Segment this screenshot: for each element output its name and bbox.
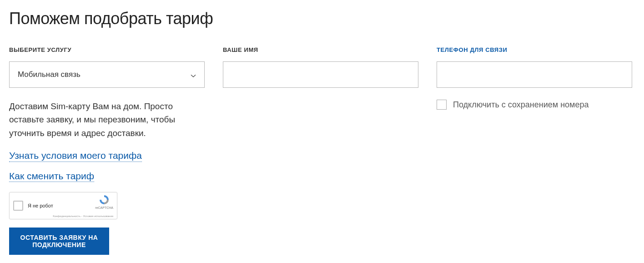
keep-number-checkbox[interactable] <box>437 100 447 110</box>
phone-label: ТЕЛЕФОН ДЛЯ СВЯЗИ <box>437 46 632 53</box>
submit-button[interactable]: ОСТАВИТЬ ЗАЯВКУ НА ПОДКЛЮЧЕНИЕ <box>9 228 109 255</box>
service-label: ВЫБЕРИТЕ УСЛУГУ <box>9 46 205 53</box>
change-tariff-link[interactable]: Как сменить тариф <box>9 170 94 182</box>
recaptcha-checkbox[interactable] <box>13 201 23 211</box>
tariff-terms-link[interactable]: Узнать условия моего тарифа <box>9 150 142 162</box>
keep-number-row: Подключить с сохранением номера <box>437 100 632 110</box>
chevron-down-icon <box>191 72 196 77</box>
name-column: ВАШЕ ИМЯ <box>223 46 418 255</box>
name-label: ВАШЕ ИМЯ <box>223 46 418 53</box>
service-select[interactable]: Мобильная связь <box>9 61 205 88</box>
page-title: Поможем подобрать тариф <box>9 9 635 28</box>
keep-number-label: Подключить с сохранением номера <box>453 100 589 110</box>
phone-column: ТЕЛЕФОН ДЛЯ СВЯЗИ Подключить с сохранени… <box>437 46 632 255</box>
name-input[interactable] <box>223 61 418 88</box>
service-column: ВЫБЕРИТЕ УСЛУГУ Мобильная связь Доставим… <box>9 46 205 255</box>
recaptcha-terms: Конфиденциальность - Условия использован… <box>53 215 113 217</box>
form-row: ВЫБЕРИТЕ УСЛУГУ Мобильная связь Доставим… <box>9 46 635 255</box>
recaptcha-logo: reCAPTCHA <box>95 194 113 210</box>
service-selected-value: Мобильная связь <box>18 70 80 79</box>
service-description: Доставим Sim-карту Вам на дом. Просто ос… <box>9 100 205 140</box>
recaptcha-widget[interactable]: Я не робот reCAPTCHA Конфиденциальность … <box>9 192 117 219</box>
phone-input[interactable] <box>437 61 632 88</box>
recaptcha-label: Я не робот <box>28 203 53 208</box>
